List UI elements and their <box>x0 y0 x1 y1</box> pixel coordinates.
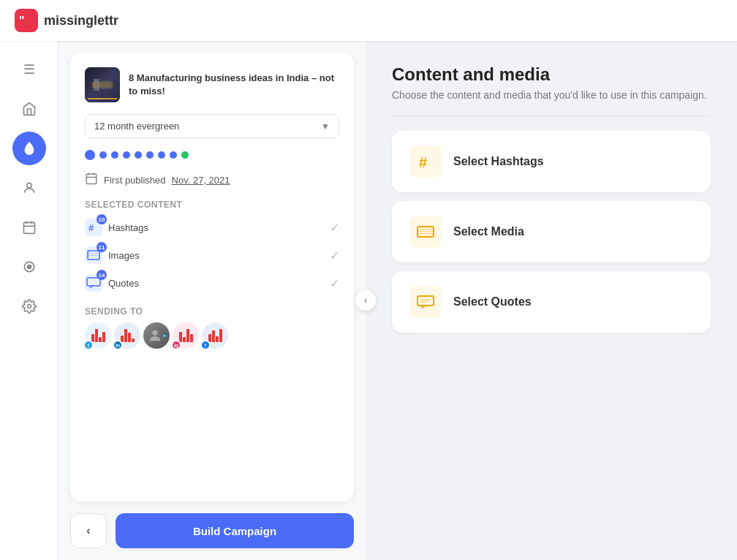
bottom-buttons: ‹ Build Campaign <box>70 502 354 548</box>
progress-dot-9[interactable] <box>181 151 189 159</box>
progress-dot-3[interactable] <box>111 151 118 159</box>
svg-rect-12 <box>101 80 111 89</box>
svg-rect-3 <box>23 222 34 233</box>
social-avatar-facebook[interactable]: f <box>202 322 228 349</box>
sidebar-item-drop[interactable] <box>12 132 46 165</box>
sending-to-title: Sending To <box>85 306 339 317</box>
sidebar-item-settings[interactable] <box>12 290 46 323</box>
svg-rect-0 <box>15 9 38 32</box>
svg-rect-13 <box>86 174 97 184</box>
hashtag-badge: 10 <box>97 214 107 224</box>
social-avatar-twitter[interactable]: t <box>85 322 111 349</box>
content-title: Content and media <box>392 64 711 85</box>
svg-point-8 <box>27 265 31 269</box>
progress-dot-6[interactable] <box>146 151 154 159</box>
progress-dot-7[interactable] <box>158 151 165 159</box>
sidebar-item-calendar[interactable] <box>12 211 46 244</box>
svg-rect-11 <box>94 79 99 91</box>
social-avatar-linkedin-person[interactable]: in <box>143 322 170 349</box>
svg-rect-28 <box>417 229 434 230</box>
quotes-label: Quotes <box>108 278 139 289</box>
logo: " missinglettr <box>15 9 118 32</box>
svg-text:#: # <box>419 154 427 170</box>
sidebar-item-home[interactable] <box>12 92 46 126</box>
logo-icon: " <box>15 9 38 32</box>
select-media-card[interactable]: Select Media <box>392 201 711 262</box>
sending-to-section: Sending To t <box>85 306 339 349</box>
svg-rect-29 <box>417 231 434 232</box>
campaign-card: 8 Manufacturing business ideas in India … <box>70 53 354 502</box>
hashtag-check-icon: ✓ <box>330 221 339 235</box>
published-label: First published <box>104 175 166 186</box>
published-row: First published Nov. 27, 2021 <box>85 172 339 188</box>
twitter-dot: t <box>83 340 94 350</box>
selected-content-title: Selected Content <box>85 200 339 210</box>
sidebar-item-menu[interactable]: ☰ <box>12 53 46 86</box>
build-campaign-button[interactable]: Build Campaign <box>116 513 354 548</box>
progress-dot-8[interactable] <box>170 151 177 159</box>
progress-dot-1[interactable] <box>85 150 95 160</box>
quotes-badge: 14 <box>97 270 107 280</box>
progress-dot-5[interactable] <box>135 151 142 159</box>
progress-dot-4[interactable] <box>123 151 130 159</box>
svg-rect-21 <box>88 253 99 254</box>
select-hashtags-label: Select Hashtags <box>453 155 544 168</box>
dropdown-arrow-icon: ▼ <box>321 121 330 132</box>
select-hashtags-card[interactable]: # Select Hashtags <box>392 131 711 192</box>
linkedin-dot-person: in <box>163 333 167 338</box>
article-row: 8 Manufacturing business ideas in India … <box>85 67 339 102</box>
images-check-icon: ✓ <box>330 249 339 262</box>
instagram-dot: ig <box>171 340 181 350</box>
svg-rect-31 <box>417 296 434 306</box>
content-divider <box>392 116 711 116</box>
svg-point-25 <box>152 330 157 336</box>
content-header: Content and media Choose the content and… <box>392 64 711 101</box>
images-badge: 11 <box>97 242 107 252</box>
calendar-icon <box>85 172 98 188</box>
sending-avatars: t in in <box>85 322 339 349</box>
images-label: Images <box>108 250 140 261</box>
select-quotes-card[interactable]: Select Quotes <box>392 271 711 333</box>
content-item-images[interactable]: 11 Images ✓ <box>85 243 339 267</box>
images-icon-badge: 11 <box>85 246 102 264</box>
svg-text:#: # <box>88 222 94 233</box>
back-button[interactable]: ‹ <box>70 513 107 548</box>
dropdown-value: 12 month evergreen <box>94 121 179 132</box>
content-subtitle: Choose the content and media that you'd … <box>392 89 711 101</box>
main-layout: ☰ <box>0 41 737 560</box>
published-date[interactable]: Nov. 27, 2021 <box>172 175 230 186</box>
quotes-check-icon: ✓ <box>330 276 339 290</box>
select-media-label: Select Media <box>453 225 524 238</box>
select-quotes-label: Select Quotes <box>453 295 532 309</box>
media-card-icon <box>409 216 442 248</box>
svg-point-9 <box>27 305 31 309</box>
campaign-panel: 8 Manufacturing business ideas in India … <box>58 41 366 560</box>
linkedin-dot-1: in <box>113 340 123 350</box>
article-thumbnail <box>85 67 120 102</box>
progress-dots <box>85 150 339 160</box>
svg-text:": " <box>19 15 25 27</box>
progress-dot-2[interactable] <box>99 151 107 159</box>
sidebar: ☰ <box>0 41 58 560</box>
quotes-icon-badge: 14 <box>85 274 102 292</box>
content-item-quotes[interactable]: 14 Quotes ✓ <box>85 271 339 295</box>
hashtag-label: Hashtags <box>108 222 148 233</box>
sidebar-item-user[interactable] <box>12 171 46 205</box>
svg-point-2 <box>26 183 31 188</box>
logo-text: missinglettr <box>44 13 118 29</box>
article-title: 8 Manufacturing business ideas in India … <box>129 72 339 98</box>
header: " missinglettr <box>0 0 737 41</box>
hashtag-icon-badge: # 10 <box>85 219 102 236</box>
hashtags-card-icon: # <box>409 145 442 178</box>
content-item-hashtags[interactable]: # 10 Hashtags ✓ <box>85 216 339 239</box>
social-avatar-instagram[interactable]: ig <box>173 322 199 349</box>
sidebar-item-circle[interactable] <box>12 250 46 284</box>
quotes-card-icon <box>409 286 442 318</box>
panel-collapse-button[interactable]: ‹ <box>355 290 376 311</box>
campaign-type-dropdown[interactable]: 12 month evergreen ▼ <box>85 114 339 138</box>
svg-rect-22 <box>88 255 99 256</box>
svg-rect-30 <box>417 233 434 235</box>
social-avatar-linkedin-1[interactable]: in <box>114 322 140 349</box>
content-area: Content and media Choose the content and… <box>366 41 737 560</box>
facebook-dot: f <box>200 340 211 350</box>
